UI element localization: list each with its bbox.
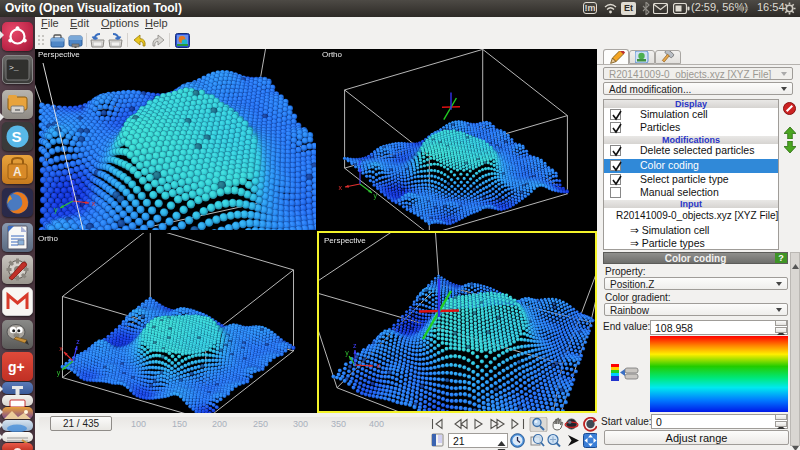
svg-text:g+: g+ [8,359,25,375]
svg-text:A: A [13,165,22,179]
svg-text:S: S [12,128,22,145]
svg-text:>_: >_ [9,63,19,72]
